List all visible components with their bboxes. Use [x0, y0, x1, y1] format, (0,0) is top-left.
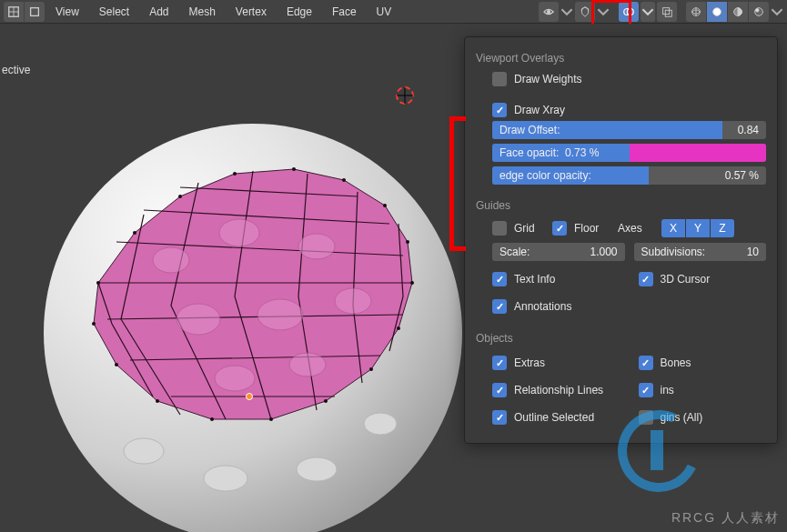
shading-solid-icon[interactable] [707, 2, 727, 22]
scale-label: Scale: [499, 246, 530, 258]
svg-point-18 [292, 167, 296, 171]
origins-label: ins [661, 384, 674, 396]
draw-xray-checkbox[interactable] [492, 103, 507, 117]
svg-point-35 [257, 299, 303, 330]
svg-point-29 [115, 363, 118, 366]
face-opacity-label: Face opacit: 0.73 % [499, 146, 599, 159]
svg-point-22 [410, 281, 414, 285]
menu-mesh[interactable]: Mesh [180, 0, 225, 24]
menu-uv[interactable]: UV [368, 0, 401, 24]
scale-value: 1.000 [590, 246, 617, 258]
axes-label: Axes [618, 222, 649, 235]
bones-label: Bones [661, 356, 691, 369]
view-label: ective [2, 64, 30, 76]
svg-point-28 [156, 399, 159, 403]
menu-view[interactable]: View [46, 0, 88, 24]
axis-z-button[interactable]: Z [711, 219, 734, 237]
3d-cursor-checkbox[interactable] [639, 272, 653, 286]
menu-add[interactable]: Add [140, 0, 177, 24]
svg-point-20 [383, 204, 387, 207]
svg-point-27 [210, 417, 214, 421]
face-opacity-slider[interactable]: Face opacit: 0.73 % [492, 144, 766, 162]
edge-color-value: 0.57 % [725, 169, 759, 182]
subdivisions-value: 10 [747, 246, 759, 258]
object-origin-icon [246, 393, 253, 400]
edge-color-label: edge color opacity: [499, 169, 591, 182]
svg-point-32 [219, 219, 259, 246]
svg-rect-8 [665, 10, 671, 16]
overlays-dropdown[interactable] [641, 2, 655, 22]
scale-field[interactable]: Scale: 1.000 [492, 243, 625, 261]
xray-toggle[interactable] [657, 2, 677, 22]
svg-point-14 [96, 281, 100, 285]
draw-weights-row[interactable]: Draw Weights [492, 72, 766, 86]
grid-label: Grid [514, 222, 545, 235]
visibility-icon[interactable] [539, 2, 559, 22]
outline-selected-label: Outline Selected [514, 411, 594, 424]
svg-point-21 [406, 240, 409, 244]
outline-selected-checkbox[interactable] [492, 410, 507, 425]
svg-point-36 [335, 288, 371, 314]
axes-buttons: X Y Z [661, 219, 734, 237]
menu-edge[interactable]: Edge [277, 0, 321, 24]
shading-rendered-icon[interactable] [749, 2, 769, 22]
menu-select[interactable]: Select [90, 0, 138, 24]
annotations-checkbox[interactable] [492, 299, 507, 314]
guides-title: Guides [476, 199, 766, 212]
menu-face[interactable]: Face [323, 0, 366, 24]
subdivisions-field[interactable]: Subdivisions: 10 [634, 243, 767, 261]
svg-point-15 [133, 231, 136, 235]
draw-offset-label: Draw Offset: [499, 124, 560, 136]
mode-icon[interactable] [25, 2, 45, 22]
bones-checkbox[interactable] [639, 356, 653, 370]
floor-checkbox[interactable] [552, 221, 567, 236]
annotations-label: Annotations [514, 300, 571, 313]
svg-point-26 [269, 417, 273, 421]
draw-xray-row[interactable]: Draw Xray [492, 103, 766, 117]
3d-cursor-icon [393, 84, 417, 107]
gizmo-icon[interactable] [575, 2, 595, 22]
shading-matprev-icon[interactable] [728, 2, 748, 22]
overlays-toggle[interactable] [619, 2, 639, 22]
draw-weights-checkbox[interactable] [492, 72, 507, 86]
svg-point-42 [364, 413, 397, 435]
axis-y-button[interactable]: Y [686, 219, 710, 237]
header-toolbar: View Select Add Mesh Vertex Edge Face UV [0, 0, 787, 24]
svg-point-40 [204, 466, 247, 491]
watermark-text: RRCG 人人素材 [671, 510, 780, 527]
svg-point-24 [369, 367, 373, 371]
relationship-label: Relationship Lines [514, 384, 603, 396]
svg-point-16 [178, 195, 182, 198]
svg-point-41 [297, 457, 337, 481]
svg-point-39 [124, 438, 164, 464]
objects-title: Objects [476, 332, 766, 345]
svg-point-13 [756, 8, 760, 12]
relationship-checkbox[interactable] [492, 383, 507, 397]
panel-title: Viewport Overlays [476, 52, 766, 65]
origins-checkbox[interactable] [639, 383, 653, 397]
extras-checkbox[interactable] [492, 356, 507, 370]
chevron-down-icon[interactable] [560, 2, 573, 22]
floor-label: Floor [574, 222, 610, 235]
text-info-label: Text Info [514, 273, 555, 286]
shading-wire-icon[interactable] [686, 2, 706, 22]
edge-color-opacity-slider[interactable]: edge color opacity:0.57 % [492, 166, 766, 185]
draw-offset-slider[interactable]: Draw Offset:0.84 [492, 121, 766, 139]
svg-point-37 [215, 366, 255, 391]
grid-checkbox[interactable] [492, 221, 507, 236]
text-info-checkbox[interactable] [492, 272, 507, 286]
3d-cursor-label: 3D Cursor [661, 273, 711, 286]
svg-point-23 [397, 326, 400, 330]
svg-point-31 [153, 247, 189, 273]
chevron-down-icon[interactable] [597, 2, 610, 22]
watermark-logo [618, 410, 700, 492]
menu-vertex[interactable]: Vertex [227, 0, 276, 24]
chevron-down-icon[interactable] [771, 2, 783, 22]
editor-type-icon[interactable] [4, 2, 24, 22]
draw-offset-value: 0.84 [738, 124, 759, 136]
draw-weights-label: Draw Weights [514, 73, 581, 85]
svg-point-19 [342, 178, 346, 182]
draw-xray-label: Draw Xray [514, 104, 565, 116]
axis-x-button[interactable]: X [661, 219, 685, 237]
svg-point-34 [177, 304, 220, 335]
